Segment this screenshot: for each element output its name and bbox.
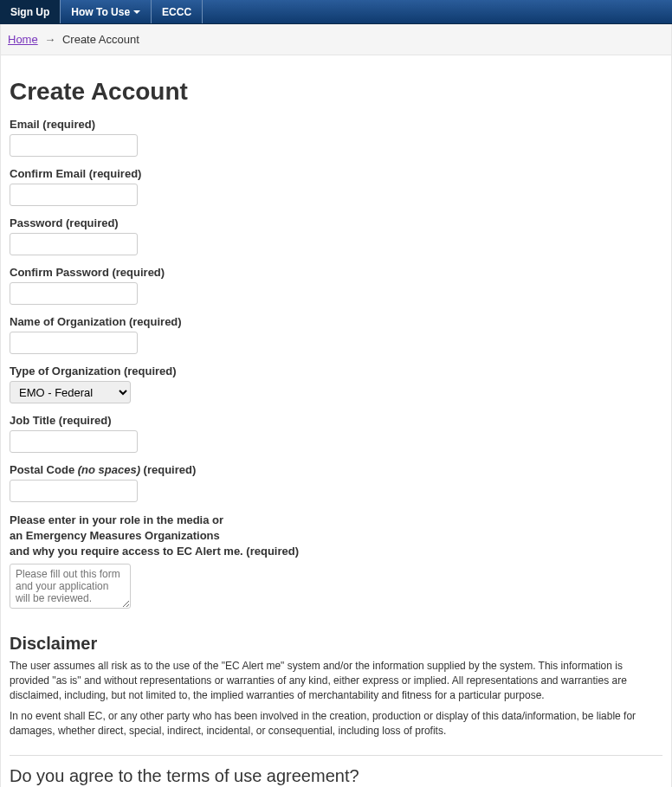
email-input[interactable] <box>10 134 138 157</box>
agree-heading: Do you agree to the terms of use agreeme… <box>10 766 662 786</box>
org-type-label: Type of Organization (required) <box>10 364 662 377</box>
confirm-password-input[interactable] <box>10 282 138 305</box>
confirm-email-input[interactable] <box>10 184 138 206</box>
nav-how-to-use[interactable]: How To Use <box>61 0 152 23</box>
disclaimer-paragraph-2: In no event shall EC, or any other party… <box>10 709 662 739</box>
org-name-label: Name of Organization (required) <box>10 315 662 328</box>
chevron-down-icon <box>133 10 140 14</box>
page-title: Create Account <box>10 78 662 106</box>
breadcrumb-home-link[interactable]: Home <box>8 33 38 46</box>
nav-eccc[interactable]: ECCC <box>152 0 203 23</box>
breadcrumb: Home → Create Account <box>0 24 672 55</box>
org-type-select[interactable]: EMO - Federal <box>10 381 131 403</box>
email-label: Email (required) <box>10 118 662 131</box>
nav-signup[interactable]: Sign Up <box>0 0 61 23</box>
top-nav: Sign Up How To Use ECCC <box>0 0 672 24</box>
role-description-textarea[interactable] <box>10 564 131 609</box>
postal-code-label: Postal Code (no spaces) (required) <box>10 463 662 476</box>
breadcrumb-separator: → <box>44 33 55 46</box>
disclaimer-paragraph-1: The user assumes all risk as to the use … <box>10 659 662 704</box>
confirm-password-label: Confirm Password (required) <box>10 266 662 279</box>
password-label: Password (required) <box>10 216 662 229</box>
main-content: Create Account Email (required) Confirm … <box>0 55 672 787</box>
password-input[interactable] <box>10 233 138 255</box>
divider <box>10 755 662 756</box>
role-description-label: Please enter in your role in the media o… <box>10 513 662 560</box>
job-title-input[interactable] <box>10 430 138 453</box>
confirm-email-label: Confirm Email (required) <box>10 167 662 180</box>
postal-code-input[interactable] <box>10 480 138 502</box>
breadcrumb-current: Create Account <box>62 33 139 46</box>
disclaimer-heading: Disclaimer <box>10 634 662 654</box>
org-name-input[interactable] <box>10 332 138 354</box>
job-title-label: Job Title (required) <box>10 414 662 427</box>
